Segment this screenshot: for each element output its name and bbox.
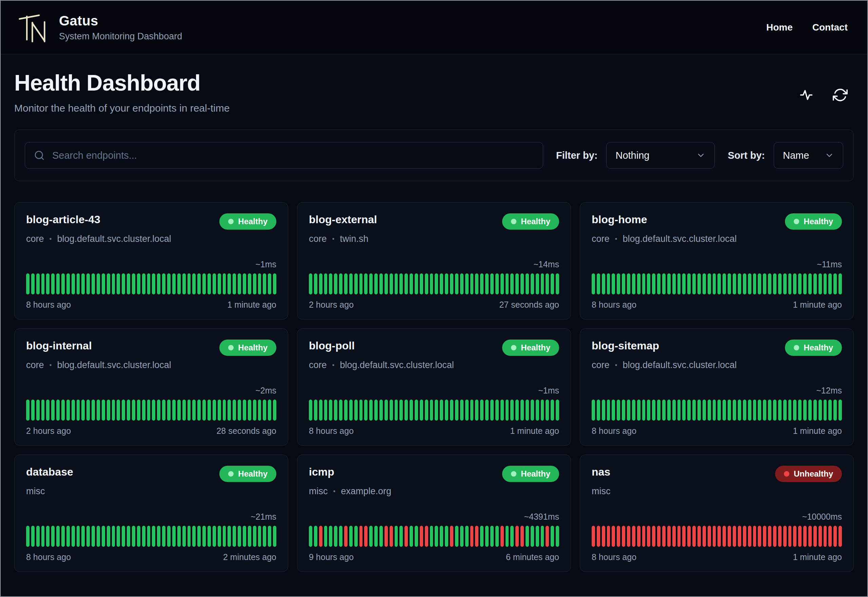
healthy-bar[interactable] [319,399,323,420]
healthy-bar[interactable] [238,273,241,294]
healthy-bar[interactable] [404,399,408,420]
healthy-bar[interactable] [182,526,186,547]
healthy-bar[interactable] [56,399,60,420]
healthy-bar[interactable] [531,526,534,547]
healthy-bar[interactable] [268,399,271,420]
healthy-bar[interactable] [253,273,256,294]
healthy-bar[interactable] [56,526,60,547]
healthy-bar[interactable] [26,273,30,294]
healthy-bar[interactable] [545,399,549,420]
unhealthy-bar[interactable] [667,526,671,547]
healthy-bar[interactable] [369,526,373,547]
healthy-bar[interactable] [354,273,358,294]
unhealthy-bar[interactable] [627,526,630,547]
healthy-bar[interactable] [520,399,524,420]
healthy-bar[interactable] [112,273,115,294]
healthy-bar[interactable] [783,399,787,420]
healthy-bar[interactable] [667,273,671,294]
unhealthy-bar[interactable] [682,526,686,547]
healthy-bar[interactable] [97,526,100,547]
healthy-bar[interactable] [117,273,120,294]
healthy-bar[interactable] [510,399,514,420]
sort-select[interactable]: Name [774,142,843,169]
healthy-bar[interactable] [329,273,332,294]
healthy-bar[interactable] [657,399,661,420]
healthy-bar[interactable] [556,273,559,294]
healthy-bar[interactable] [253,399,256,420]
healthy-bar[interactable] [702,399,706,420]
unhealthy-bar[interactable] [698,526,701,547]
healthy-bar[interactable] [485,273,489,294]
healthy-bar[interactable] [788,399,792,420]
healthy-bar[interactable] [687,273,691,294]
healthy-bar[interactable] [258,273,261,294]
unhealthy-bar[interactable] [515,526,519,547]
healthy-bar[interactable] [46,526,49,547]
healthy-bar[interactable] [349,273,353,294]
healthy-bar[interactable] [733,399,736,420]
healthy-bar[interactable] [344,399,348,420]
healthy-bar[interactable] [334,273,337,294]
healthy-bar[interactable] [505,273,509,294]
unhealthy-bar[interactable] [727,526,731,547]
healthy-bar[interactable] [617,399,620,420]
healthy-bar[interactable] [652,273,655,294]
healthy-bar[interactable] [526,399,529,420]
healthy-bar[interactable] [541,273,544,294]
healthy-bar[interactable] [248,526,251,547]
unhealthy-bar[interactable] [708,526,711,547]
filter-select[interactable]: Nothing [606,142,715,169]
healthy-bar[interactable] [213,273,216,294]
healthy-bar[interactable] [642,273,646,294]
healthy-bar[interactable] [142,526,145,547]
healthy-bar[interactable] [597,273,600,294]
healthy-bar[interactable] [622,399,625,420]
healthy-bar[interactable] [713,273,716,294]
healthy-bar[interactable] [71,526,75,547]
unhealthy-bar[interactable] [813,526,817,547]
healthy-bar[interactable] [647,399,650,420]
healthy-bar[interactable] [71,399,75,420]
healthy-bar[interactable] [450,273,453,294]
healthy-bar[interactable] [147,399,151,420]
healthy-bar[interactable] [768,399,771,420]
healthy-bar[interactable] [51,399,55,420]
healthy-bar[interactable] [698,273,701,294]
healthy-bar[interactable] [819,273,822,294]
unhealthy-bar[interactable] [768,526,771,547]
refresh-icon[interactable] [833,88,848,102]
unhealthy-bar[interactable] [798,526,801,547]
healthy-bar[interactable] [31,273,35,294]
healthy-bar[interactable] [319,273,323,294]
healthy-bar[interactable] [838,399,842,420]
healthy-bar[interactable] [41,399,45,420]
healthy-bar[interactable] [672,399,676,420]
healthy-bar[interactable] [81,399,85,420]
healthy-bar[interactable] [172,399,176,420]
healthy-bar[interactable] [425,273,428,294]
healthy-bar[interactable] [607,399,610,420]
healthy-bar[interactable] [440,526,443,547]
healthy-bar[interactable] [753,399,757,420]
healthy-bar[interactable] [470,399,474,420]
healthy-bar[interactable] [738,273,741,294]
healthy-bar[interactable] [207,526,211,547]
healthy-bar[interactable] [379,526,383,547]
healthy-bar[interactable] [501,273,504,294]
healthy-bar[interactable] [778,273,782,294]
healthy-bar[interactable] [778,399,782,420]
healthy-bar[interactable] [172,526,176,547]
healthy-bar[interactable] [495,526,499,547]
healthy-bar[interactable] [708,399,711,420]
healthy-bar[interactable] [36,526,40,547]
healthy-bar[interactable] [127,399,130,420]
healthy-bar[interactable] [147,273,151,294]
healthy-bar[interactable] [207,273,211,294]
healthy-bar[interactable] [612,273,615,294]
healthy-bar[interactable] [520,273,524,294]
healthy-bar[interactable] [773,273,776,294]
healthy-bar[interactable] [592,399,595,420]
unhealthy-bar[interactable] [692,526,696,547]
healthy-bar[interactable] [692,273,696,294]
healthy-bar[interactable] [798,399,801,420]
